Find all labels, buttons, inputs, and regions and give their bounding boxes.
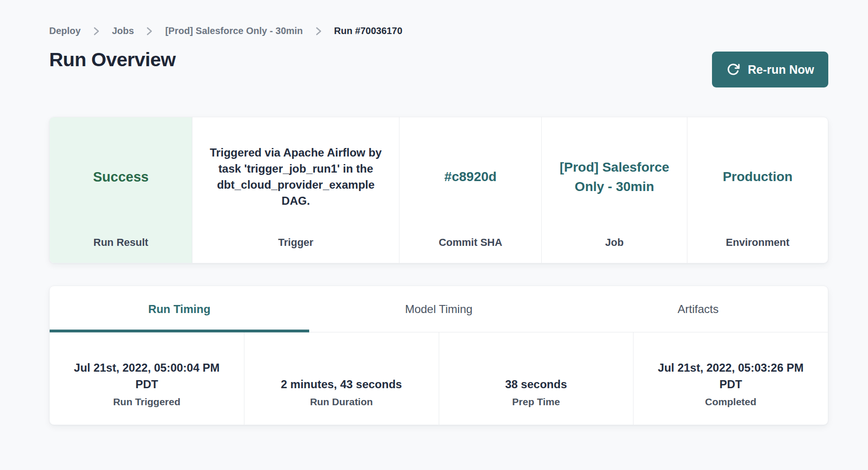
commit-sha-label: Commit SHA: [410, 236, 531, 263]
environment-link[interactable]: Production: [723, 167, 793, 186]
job-label: Job: [552, 236, 677, 263]
prep-time-label: Prep Time: [512, 396, 560, 408]
run-overview-page: Deploy Jobs [Prod] Salesforce Only - 30m…: [0, 0, 868, 470]
run-triggered-value: Jul 21st, 2022, 05:00:04 PM PDT: [61, 360, 233, 393]
environment-label: Environment: [698, 236, 817, 263]
breadcrumb-jobs[interactable]: Jobs: [112, 26, 134, 36]
commit-sha-link[interactable]: #c8920d: [444, 167, 497, 186]
run-triggered-label: Run Triggered: [113, 396, 180, 408]
rerun-now-button-label: Re-run Now: [748, 63, 814, 77]
page-title: Run Overview: [49, 49, 175, 71]
run-detail-panel: Run Timing Model Timing Artifacts Jul 21…: [49, 286, 828, 425]
run-summary-cards: Success Run Result Triggered via Apache …: [49, 117, 828, 263]
environment-card: Production Environment: [687, 117, 828, 263]
run-timing-row: Jul 21st, 2022, 05:00:04 PM PDT Run Trig…: [50, 332, 828, 425]
job-card: [Prod] Salesforce Only - 30min Job: [541, 117, 687, 263]
run-triggered-cell: Jul 21st, 2022, 05:00:04 PM PDT Run Trig…: [50, 332, 244, 425]
tab-artifacts[interactable]: Artifacts: [568, 286, 828, 332]
prep-time-value: 38 seconds: [505, 376, 567, 393]
trigger-value: Triggered via Apache Airflow by task 'tr…: [203, 145, 389, 209]
run-result-card: Success Run Result: [50, 117, 192, 263]
run-duration-label: Run Duration: [310, 396, 373, 408]
run-duration-cell: 2 minutes, 43 seconds Run Duration: [244, 332, 439, 425]
chevron-right-icon: [93, 27, 100, 35]
completed-value: Jul 21st, 2022, 05:03:26 PM PDT: [645, 360, 816, 393]
tab-bar: Run Timing Model Timing Artifacts: [50, 286, 828, 332]
commit-sha-card: #c8920d Commit SHA: [399, 117, 541, 263]
tab-model-timing[interactable]: Model Timing: [309, 286, 569, 332]
run-result-value: Success: [93, 169, 149, 185]
tab-run-timing[interactable]: Run Timing: [50, 286, 309, 332]
breadcrumb: Deploy Jobs [Prod] Salesforce Only - 30m…: [49, 0, 828, 36]
chevron-right-icon: [315, 27, 322, 35]
completed-cell: Jul 21st, 2022, 05:03:26 PM PDT Complete…: [633, 332, 828, 425]
run-result-label: Run Result: [60, 236, 182, 263]
breadcrumb-run-number: Run #70036170: [334, 26, 403, 36]
breadcrumb-deploy[interactable]: Deploy: [49, 26, 81, 36]
rerun-now-button[interactable]: Re-run Now: [712, 52, 828, 87]
page-header: Run Overview Re-run Now: [49, 49, 828, 87]
trigger-card: Triggered via Apache Airflow by task 'tr…: [192, 117, 399, 263]
breadcrumb-job-name[interactable]: [Prod] Salesforce Only - 30min: [165, 26, 303, 36]
run-duration-value: 2 minutes, 43 seconds: [281, 376, 402, 393]
refresh-icon: [726, 62, 740, 77]
completed-label: Completed: [705, 396, 756, 408]
chevron-right-icon: [146, 27, 153, 35]
trigger-label: Trigger: [203, 236, 389, 263]
job-link[interactable]: [Prod] Salesforce Only - 30min: [552, 157, 677, 197]
prep-time-cell: 38 seconds Prep Time: [439, 332, 634, 425]
